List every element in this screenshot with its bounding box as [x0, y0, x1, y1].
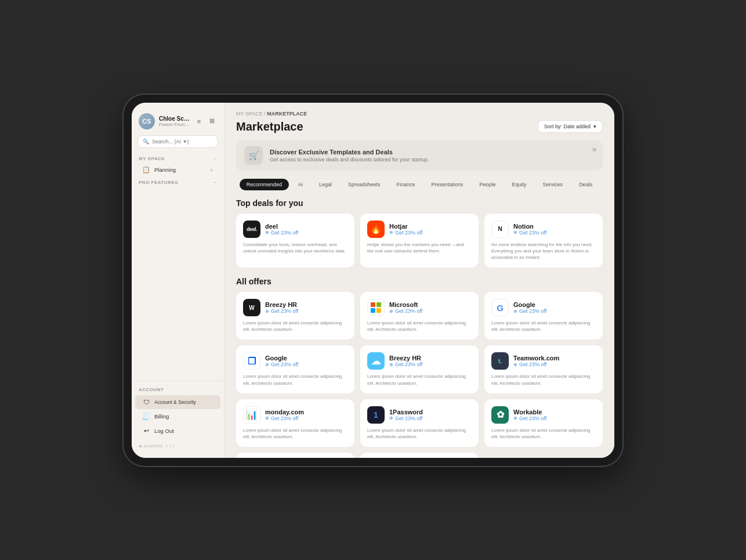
- workable-name: Workable: [513, 409, 546, 416]
- hotjar-desc: Hotjar shows you the numbers you need —a…: [367, 241, 472, 254]
- notion-logo: N: [491, 221, 509, 238]
- 1password-discount: Get 23% off: [389, 416, 423, 421]
- offer-card-microsoft[interactable]: Microsoft Get 23% off Lorem ipsum dolor …: [360, 292, 479, 339]
- teamwork-discount: Get 23% off: [513, 362, 559, 367]
- notion-name: Notion: [513, 223, 546, 230]
- page-header: Marketplace Sort by: Date added ▾: [236, 120, 603, 133]
- breezyhr2-desc: Lorem ipsum dolor sit amet consecte adip…: [367, 373, 472, 386]
- sort-dropdown[interactable]: Sort by: Date added ▾: [538, 120, 603, 133]
- user-profile[interactable]: CS Chloe Scott Fusion Foundry ≡ ⊞: [132, 110, 224, 135]
- offer-card-teamwork[interactable]: t. Teamwork.com Get 23% off Lorem ipsum …: [484, 345, 603, 393]
- account-section: ACCOUNT 🛡 Account & Security 🧾 Billing ↩…: [132, 381, 224, 439]
- dropbox-desc: Lorem ipsum dolor sit amet consecte adip…: [243, 373, 347, 386]
- workable-logo: ✿: [491, 406, 509, 424]
- offer-card-monday[interactable]: 📊 monday.com Get 23% off Lorem ipsum dol…: [236, 399, 354, 447]
- toggle-button[interactable]: ≡: [194, 116, 204, 127]
- teamwork-logo: t.: [491, 352, 509, 370]
- tab-spreadsheets[interactable]: Spreadsheets: [341, 179, 388, 190]
- all-offers-title: All offers: [236, 277, 603, 286]
- sidebar-item-logout[interactable]: ↩ Log Out: [135, 424, 220, 438]
- breezyhr1-desc: Lorem ipsum dolor sit amet consecte adip…: [243, 320, 347, 333]
- breezyhr1-logo: W: [243, 299, 260, 316]
- teamwork-name: Teamwork.com: [513, 355, 559, 362]
- search-input[interactable]: [152, 139, 213, 144]
- logout-label: Log Out: [154, 428, 174, 434]
- tab-presentations[interactable]: Presentations: [425, 179, 470, 190]
- offer-card-google1[interactable]: G Google Get 23% off Lorem ipsum dolor s…: [484, 292, 603, 339]
- tab-recommended[interactable]: Recommended: [240, 179, 289, 190]
- offer-card-breezyhr2[interactable]: ☁ Breezy HR Get 23% off Lorem ipsum dolo…: [360, 345, 479, 393]
- add-icon[interactable]: +: [210, 167, 213, 174]
- sidebar-item-security[interactable]: 🛡 Account & Security: [135, 395, 220, 409]
- monday-logo: 📊: [243, 406, 260, 424]
- cart-icon: 🛒: [244, 146, 263, 165]
- deal-card-notion[interactable]: N Notion Get 23% off No more endless sea…: [484, 214, 603, 268]
- sidebar: CS Chloe Scott Fusion Foundry ≡ ⊞ 🔍 MY S…: [132, 103, 224, 458]
- account-label: ACCOUNT: [132, 386, 224, 395]
- security-label: Account & Security: [154, 399, 196, 405]
- avatar: CS: [139, 113, 155, 129]
- breezyhr2-logo: ☁: [367, 352, 385, 370]
- pro-chevron-icon: −: [214, 180, 217, 185]
- my-space-header: MY SPACE −: [132, 154, 224, 162]
- breadcrumb: MY SPACE / MARKETPLACE: [236, 111, 603, 117]
- chevron-down-icon: ▾: [593, 124, 596, 129]
- brand-footer: ◈ evnythink V 0.1: [132, 439, 224, 451]
- offer-card-workable[interactable]: ✿ Workable Get 23% off Lorem ipsum dolor…: [484, 399, 603, 447]
- dropbox-name: Google: [265, 355, 298, 362]
- teamwork-desc: Lorem ipsum dolor sit amet consecte adip…: [491, 373, 596, 386]
- 1password-desc: Lorem ipsum dolor sit amet consecte adip…: [367, 427, 472, 440]
- google1-logo: G: [491, 299, 509, 316]
- brand-name: ◈ evnythink: [139, 443, 163, 449]
- deel-desc: Consolidate your tools, reduce overhead,…: [243, 241, 347, 254]
- offer-card-breezyhr1[interactable]: W Breezy HR Get 23% off Lorem ipsum dolo…: [236, 292, 354, 339]
- all-offers-grid: W Breezy HR Get 23% off Lorem ipsum dolo…: [236, 292, 603, 457]
- deal-card-deel[interactable]: deel. deel Get 23% off Consolidate your …: [236, 214, 354, 268]
- hotjar-discount: Get 23% off: [389, 230, 422, 236]
- tab-people[interactable]: People: [473, 179, 503, 190]
- banner-text: Discover Exclusive Templates and Deals G…: [270, 149, 429, 162]
- monday-name: monday.com: [265, 409, 304, 416]
- tab-ai[interactable]: Ai: [291, 179, 310, 190]
- user-email: Fusion Foundry: [159, 122, 190, 127]
- 1password-logo: 1: [367, 406, 385, 424]
- tab-deals[interactable]: Deals: [572, 179, 599, 190]
- chevron-icon: −: [214, 156, 217, 161]
- tab-legal[interactable]: Legal: [312, 179, 339, 190]
- sidebar-item-planning[interactable]: 📋 Planning +: [135, 163, 220, 177]
- search-box[interactable]: 🔍: [137, 135, 218, 148]
- deel-name: deel: [265, 223, 298, 230]
- google1-discount: Get 23% off: [513, 308, 546, 314]
- pro-features-label: PRO FEATURES: [139, 180, 178, 185]
- search-icon: 🔍: [143, 139, 149, 144]
- tablet-inner: CS Chloe Scott Fusion Foundry ≡ ⊞ 🔍 MY S…: [132, 103, 614, 458]
- logout-icon: ↩: [142, 427, 150, 435]
- workable-desc: Lorem ipsum dolor sit amet consecte adip…: [491, 427, 596, 440]
- tab-services[interactable]: Services: [536, 179, 570, 190]
- offer-card-dropbox[interactable]: ❐ Google Get 23% off Lorem ipsum dolor s…: [236, 345, 354, 393]
- offer-card-todoist[interactable]: ✓ Todoist Get 23% off Lorem ipsum dolor …: [360, 453, 479, 457]
- google1-name: Google: [513, 301, 546, 308]
- user-name: Chloe Scott: [159, 115, 190, 122]
- tab-finance[interactable]: Finance: [389, 179, 422, 190]
- planning-label: Planning: [154, 167, 176, 173]
- deel-logo: deel.: [243, 221, 260, 238]
- deal-card-hotjar[interactable]: 🔥 Hotjar Get 23% off Hotjar shows you th…: [360, 214, 479, 268]
- billing-label: Billing: [154, 413, 169, 420]
- user-info: Chloe Scott Fusion Foundry: [159, 115, 190, 127]
- tab-equity[interactable]: Equity: [505, 179, 534, 190]
- billing-icon: 🧾: [142, 413, 150, 421]
- sidebar-item-billing[interactable]: 🧾 Billing: [135, 410, 220, 424]
- main-content: MY SPACE / MARKETPLACE Marketplace Sort …: [224, 103, 614, 458]
- breadcrumb-current: MARKETPLACE: [267, 111, 307, 117]
- banner-close-button[interactable]: ✕: [592, 146, 597, 154]
- breezyhr1-name: Breezy HR: [265, 301, 298, 308]
- offer-card-1password[interactable]: 1 1Password Get 23% off Lorem ipsum dolo…: [360, 399, 479, 447]
- sidebar-controls: ≡ ⊞: [194, 116, 217, 127]
- promo-banner: 🛒 Discover Exclusive Templates and Deals…: [236, 140, 603, 171]
- pro-features-header: PRO FEATURES −: [132, 178, 224, 186]
- layout-button[interactable]: ⊞: [207, 116, 217, 127]
- offer-card-reclaim[interactable]: 🔲 Reclaim.ai Get 23% off Lorem ipsum dol…: [236, 453, 354, 457]
- google1-desc: Lorem ipsum dolor sit amet consecte adip…: [491, 320, 596, 333]
- monday-desc: Lorem ipsum dolor sit amet consecte adip…: [243, 427, 347, 440]
